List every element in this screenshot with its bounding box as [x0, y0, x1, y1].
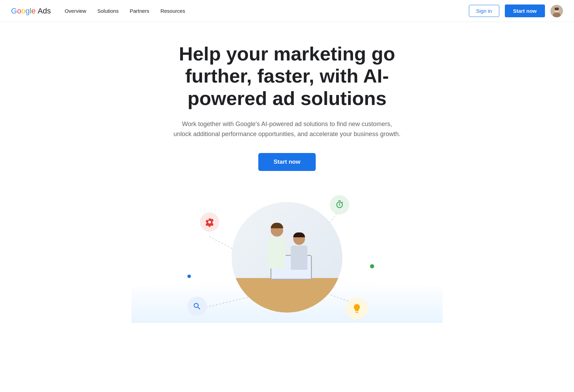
nav-resources[interactable]: Resources [160, 7, 185, 15]
person1-hair [271, 223, 283, 228]
signin-button[interactable]: Sign in [469, 5, 499, 17]
hero-illustration [131, 192, 443, 323]
nav-partners[interactable]: Partners [130, 7, 149, 15]
person1-head [271, 224, 283, 237]
timer-icon-float [330, 195, 349, 214]
nav-solutions[interactable]: Solutions [97, 7, 119, 15]
dot-blue [187, 275, 191, 278]
lightbulb-svg [352, 303, 362, 314]
people-scene [232, 202, 342, 313]
nav-left: Google Ads Overview Solutions Partners R… [11, 7, 185, 16]
person1 [265, 224, 289, 279]
svg-rect-3 [555, 8, 559, 10]
person2-head [293, 233, 305, 245]
main-illustration-circle [232, 202, 342, 313]
dot-green [370, 264, 374, 268]
person2-hair [293, 232, 305, 237]
hero-section: Help your marketing go further, faster, … [0, 22, 574, 323]
gear-svg [205, 217, 214, 227]
logo-google-text: Google [11, 7, 36, 16]
avatar-icon [550, 5, 563, 17]
search-icon-float [187, 297, 207, 316]
lightbulb-icon-float [346, 297, 368, 319]
gear-icon-float [200, 212, 219, 232]
timer-svg [335, 200, 344, 210]
hero-subtitle: Work together with Google's AI-powered a… [173, 119, 401, 139]
nav-right: Sign in Start now [469, 4, 563, 17]
nav-links: Overview Solutions Partners Resources [65, 7, 185, 15]
start-now-hero-button[interactable]: Start now [258, 153, 315, 171]
start-now-nav-button[interactable]: Start now [505, 4, 545, 17]
nav-overview[interactable]: Overview [65, 7, 86, 15]
table [232, 278, 342, 313]
logo[interactable]: Google Ads [11, 7, 51, 16]
logo-ads-text: Ads [38, 7, 51, 16]
person2-body [291, 246, 307, 270]
navbar: Google Ads Overview Solutions Partners R… [0, 0, 574, 22]
search-svg [193, 302, 202, 311]
hero-title: Help your marketing go further, faster, … [152, 43, 422, 109]
hero-content: Help your marketing go further, faster, … [0, 22, 574, 323]
user-avatar[interactable] [550, 5, 563, 17]
person2 [287, 233, 311, 278]
person1-body [268, 237, 286, 268]
